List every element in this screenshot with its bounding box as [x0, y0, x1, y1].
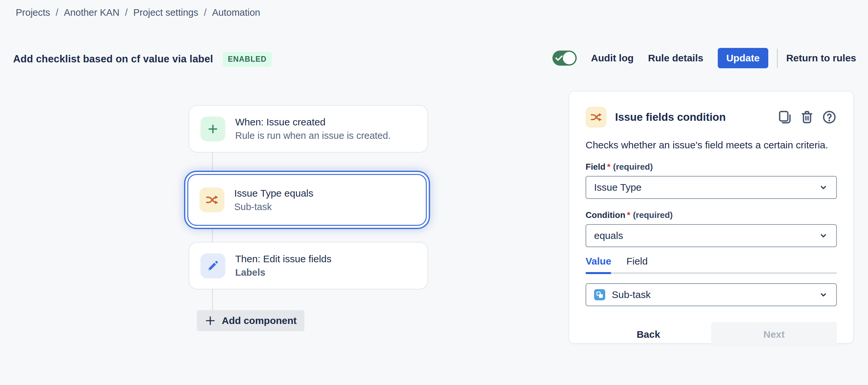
- required-asterisk: *: [607, 162, 611, 172]
- flow-step-subtitle: Labels: [235, 267, 331, 278]
- rule-header: Add checklist based on cf value via labe…: [13, 49, 272, 69]
- tab-value[interactable]: Value: [586, 256, 611, 267]
- condition-label-text: Condition: [586, 210, 625, 220]
- header-divider: [777, 49, 778, 68]
- required-hint: (required): [613, 162, 653, 172]
- subtask-icon: [594, 289, 605, 300]
- footer-left: Back: [586, 329, 711, 340]
- delete-button[interactable]: [800, 110, 814, 125]
- toggle-knob: [563, 52, 576, 64]
- breadcrumb-separator: /: [125, 7, 128, 18]
- panel-header: Issue fields condition: [586, 107, 837, 128]
- header-controls: Audit log Rule details Update Return to …: [552, 47, 856, 69]
- flow-step-subtitle: Rule is run when an issue is created.: [235, 130, 391, 141]
- flow-step-trigger[interactable]: When: Issue created Rule is run when an …: [189, 105, 428, 153]
- flow-step-action[interactable]: Then: Edit issue fields Labels: [189, 242, 428, 290]
- breadcrumb: Projects / Another KAN / Project setting…: [16, 7, 260, 18]
- breadcrumb-separator: /: [56, 7, 58, 18]
- field-select-value: Issue Type: [594, 182, 818, 193]
- value-select[interactable]: Sub-task: [586, 283, 837, 306]
- plus-icon: [205, 315, 216, 326]
- required-hint: (required): [633, 210, 673, 220]
- field-label-text: Field: [586, 162, 606, 172]
- check-icon: [555, 54, 563, 63]
- plus-icon: [200, 117, 225, 142]
- rule-enabled-toggle[interactable]: [552, 51, 577, 66]
- rule-title: Add checklist based on cf value via labe…: [13, 53, 213, 65]
- required-asterisk: *: [627, 210, 630, 220]
- pencil-icon: [200, 254, 225, 278]
- footer-right: Next: [711, 322, 837, 347]
- value-field-tabs: Value Field: [586, 256, 837, 267]
- flow-step-subtitle: Sub-task: [234, 202, 313, 212]
- flow-step-title: When: Issue created: [235, 117, 391, 128]
- breadcrumb-automation[interactable]: Automation: [212, 7, 260, 18]
- breadcrumb-project-settings[interactable]: Project settings: [133, 7, 198, 18]
- flow-step-text: When: Issue created Rule is run when an …: [235, 117, 391, 141]
- field-label: Field * (required): [586, 162, 837, 172]
- panel-footer: Back Next: [586, 322, 837, 347]
- next-button[interactable]: Next: [711, 322, 837, 347]
- duplicate-button[interactable]: [777, 110, 792, 125]
- tab-underline-active: [586, 272, 611, 274]
- tab-underline-track: [586, 272, 837, 274]
- value-select-value: Sub-task: [612, 289, 818, 300]
- update-button[interactable]: Update: [718, 48, 768, 68]
- panel-description: Checks whether an issue's field meets a …: [586, 140, 837, 151]
- tab-field[interactable]: Field: [626, 256, 648, 267]
- shuffle-icon: [586, 107, 607, 128]
- breadcrumb-project[interactable]: Another KAN: [64, 7, 119, 18]
- flow-step-title: Issue Type equals: [234, 188, 313, 199]
- chevron-down-icon: [818, 231, 828, 241]
- condition-select[interactable]: equals: [586, 224, 837, 247]
- component-config-panel: Issue fields condition: [568, 91, 854, 344]
- back-button[interactable]: Back: [637, 329, 660, 340]
- status-badge: ENABLED: [223, 52, 271, 67]
- return-to-rules-button[interactable]: Return to rules: [786, 53, 856, 64]
- flow-step-text: Issue Type equals Sub-task: [234, 188, 313, 212]
- help-icon[interactable]: [822, 110, 837, 125]
- shuffle-icon: [199, 187, 224, 212]
- breadcrumb-projects[interactable]: Projects: [16, 7, 50, 18]
- flow-step-text: Then: Edit issue fields Labels: [235, 254, 331, 278]
- breadcrumb-separator: /: [204, 7, 206, 18]
- chevron-down-icon: [818, 290, 828, 300]
- flow-step-title: Then: Edit issue fields: [235, 254, 331, 265]
- condition-label: Condition * (required): [586, 210, 837, 220]
- add-component-label: Add component: [222, 315, 297, 326]
- flow-step-condition[interactable]: Issue Type equals Sub-task: [187, 174, 427, 226]
- chevron-down-icon: [818, 182, 828, 192]
- condition-select-value: equals: [594, 230, 818, 241]
- audit-log-button[interactable]: Audit log: [591, 53, 634, 64]
- rule-details-button[interactable]: Rule details: [648, 53, 703, 64]
- panel-actions: [777, 110, 837, 125]
- panel-title: Issue fields condition: [615, 111, 725, 123]
- field-select[interactable]: Issue Type: [586, 176, 837, 199]
- add-component-button[interactable]: Add component: [197, 310, 304, 331]
